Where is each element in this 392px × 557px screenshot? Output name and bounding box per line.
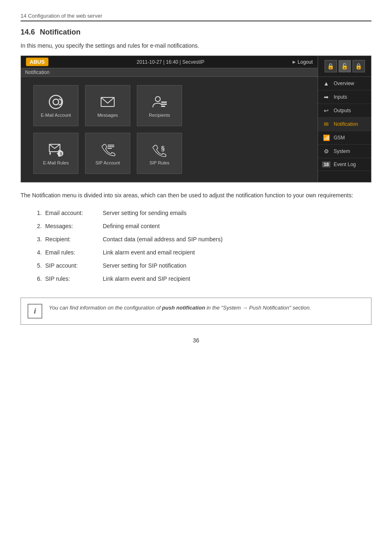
list-label-2: Messages: — [45, 223, 103, 229]
notification-label: Notification — [334, 121, 358, 127]
ui-sidebar: 🔒 🔓 🔒 ▲ Overview ➡ Inputs ↩ Outputs ✉ No… — [318, 56, 371, 182]
svg-point-1 — [53, 99, 59, 105]
list-label-5: SIP account: — [45, 262, 103, 269]
list-desc-6: Link alarm event and SIP recipient — [103, 275, 371, 282]
list-item: 5. SIP account: Server setting for SIP n… — [37, 259, 371, 272]
lock-icon-2[interactable]: 🔓 — [339, 60, 351, 72]
datetime-label: 2011-10-27 | 16:40 | SecvestIP — [137, 59, 205, 65]
list-num-3: 3. — [37, 236, 45, 243]
list-label-1: Email account: — [45, 210, 103, 216]
info-box: i You can find information on the config… — [21, 298, 371, 325]
svg-text:§: § — [60, 151, 62, 155]
logout-arrow-icon: ▶ — [293, 60, 296, 64]
system-icon: ⚙ — [322, 148, 330, 155]
list-num-4: 4. — [37, 249, 45, 256]
list-desc-5: Server setting for SIP notification — [103, 262, 371, 269]
email-rules-icon: § — [46, 141, 66, 158]
sip-rules-label: SIP Rules — [150, 160, 170, 165]
event-log-label: Event Log — [334, 162, 356, 167]
list-label-3: Recipient: — [45, 236, 103, 243]
recipients-icon — [150, 94, 169, 110]
sidebar-item-system[interactable]: ⚙ System — [318, 145, 371, 158]
event-log-icon: 18 — [322, 162, 330, 167]
svg-rect-4 — [161, 102, 167, 103]
inputs-label: Inputs — [334, 94, 347, 100]
gsm-label: GSM — [334, 135, 345, 141]
inputs-icon: ➡ — [322, 94, 330, 100]
at-icon — [46, 94, 66, 110]
list-item: 6. SIP rules: Link alarm event and SIP r… — [37, 272, 371, 285]
icon-row-1: E-Mail Account Messages — [33, 85, 305, 126]
svg-rect-6 — [161, 106, 165, 107]
list-num-6: 6. — [37, 275, 45, 282]
svg-point-0 — [49, 95, 62, 109]
section-title: Notification — [40, 28, 81, 37]
list-num-1: 1. — [37, 210, 45, 216]
lock-icon-3[interactable]: 🔒 — [353, 60, 365, 72]
email-rules-label: E-Mail Rules — [43, 160, 69, 165]
nav-label: Notification — [21, 68, 318, 77]
outputs-label: Outputs — [334, 108, 351, 113]
icon-row-2: § E-Mail Rules — [33, 133, 305, 174]
email-account-tile[interactable]: E-Mail Account — [33, 85, 78, 126]
sidebar-item-notification[interactable]: ✉ Notification — [318, 118, 371, 131]
web-ui-panel: ABUS 2011-10-27 | 16:40 | SecvestIP ▶ Lo… — [21, 55, 371, 183]
sip-rules-icon: § — [150, 141, 169, 158]
top-bar: ABUS 2011-10-27 | 16:40 | SecvestIP ▶ Lo… — [21, 56, 318, 68]
list-desc-1: Server setting for sending emails — [103, 210, 371, 216]
list-desc-2: Defining email content — [103, 223, 371, 229]
lock-row: 🔒 🔓 🔒 — [318, 56, 371, 77]
list-desc-4: Link alarm event and email recipient — [103, 249, 371, 256]
sip-rules-tile[interactable]: § SIP Rules — [137, 133, 182, 174]
sip-account-label: SIP Account — [95, 160, 120, 165]
list-label-4: Email rules: — [45, 249, 103, 256]
sidebar-item-outputs[interactable]: ↩ Outputs — [318, 104, 371, 118]
sip-account-tile[interactable]: SIP Account — [85, 133, 130, 174]
list-item: 3. Recipient: Contact data (email addres… — [37, 233, 371, 246]
email-account-label: E-Mail Account — [41, 113, 71, 118]
sidebar-item-gsm[interactable]: 📶 GSM — [318, 131, 371, 145]
outputs-icon: ↩ — [322, 107, 330, 114]
sidebar-item-inputs[interactable]: ➡ Inputs — [318, 90, 371, 104]
sidebar-item-overview[interactable]: ▲ Overview — [318, 77, 371, 90]
info-text: You can find information on the configur… — [49, 304, 311, 312]
list-item: 2. Messages: Defining email content — [37, 220, 371, 233]
page-number: 36 — [21, 337, 371, 344]
svg-point-3 — [155, 97, 160, 102]
gsm-icon: 📶 — [322, 134, 330, 141]
content-list: 1. Email account: Server setting for sen… — [21, 206, 371, 285]
list-num-5: 5. — [37, 262, 45, 269]
section-intro: In this menu, you specify the settings a… — [21, 42, 371, 49]
sip-account-icon — [98, 141, 118, 158]
recipients-label: Recipients — [149, 113, 170, 118]
notification-icon: ✉ — [322, 121, 330, 127]
list-label-6: SIP rules: — [45, 275, 103, 282]
ui-main: ABUS 2011-10-27 | 16:40 | SecvestIP ▶ Lo… — [21, 56, 318, 182]
abus-logo: ABUS — [26, 58, 48, 66]
overview-label: Overview — [334, 81, 354, 86]
system-label: System — [334, 148, 350, 154]
sidebar-item-event-log[interactable]: 18 Event Log — [318, 158, 371, 171]
envelope-icon — [98, 94, 118, 110]
list-item: 4. Email rules: Link alarm event and ema… — [37, 246, 371, 259]
lock-icon-1[interactable]: 🔒 — [325, 60, 337, 72]
list-desc-3: Contact data (email address and SIP numb… — [103, 236, 371, 243]
logout-button[interactable]: ▶ Logout — [293, 59, 313, 65]
overview-icon: ▲ — [322, 80, 330, 87]
messages-tile[interactable]: Messages — [85, 85, 130, 126]
messages-label: Messages — [97, 113, 118, 118]
section-number: 14.6 — [21, 28, 35, 37]
recipients-tile[interactable]: Recipients — [137, 85, 182, 126]
svg-rect-5 — [161, 104, 167, 105]
email-rules-tile[interactable]: § E-Mail Rules — [33, 133, 78, 174]
description-intro: The Notification menu is divided into si… — [21, 191, 371, 200]
chapter-label: 14 Configuration of the web server — [21, 13, 102, 19]
list-item: 1. Email account: Server setting for sen… — [37, 206, 371, 220]
list-num-2: 2. — [37, 223, 45, 229]
info-icon: i — [28, 304, 42, 319]
page-header: 14 Configuration of the web server — [21, 12, 371, 21]
icon-grid: E-Mail Account Messages — [21, 77, 318, 182]
logout-label: Logout — [297, 59, 313, 65]
svg-text:§: § — [161, 145, 165, 152]
